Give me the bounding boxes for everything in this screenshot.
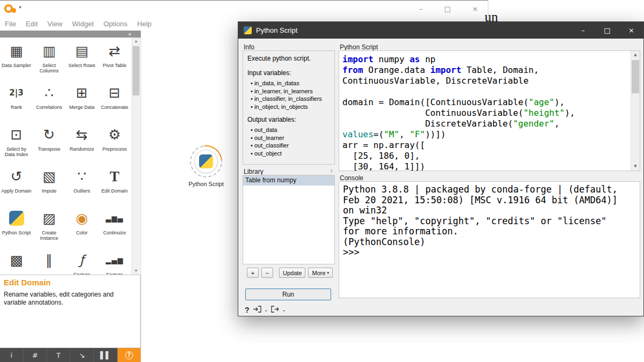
menu-help[interactable]: Help — [133, 20, 157, 28]
help-icon[interactable]: ? — [245, 306, 250, 314]
bar-chart-icon: ▂▄▆ — [106, 250, 123, 270]
library-buttons: +−UpdateMore▾ — [247, 268, 333, 278]
menu-view[interactable]: View — [42, 20, 67, 28]
correlations-icon: ∴ — [45, 83, 54, 103]
canvas-toolbar: i#T↘▌▌? — [0, 348, 141, 362]
main-maximize-button[interactable]: □ — [444, 5, 451, 13]
arrow-tool-button[interactable]: ↘ — [70, 348, 94, 362]
toolbox-item-create-instance[interactable]: ▨Create Instance — [33, 208, 65, 250]
code-line: values=("M", "F"))]) — [342, 129, 627, 140]
code-line: ContinuousVariable("height"), — [342, 108, 627, 119]
toolbox-item-select-rows[interactable]: ▤Select Rows — [65, 41, 98, 83]
scroll-down-icon[interactable]: ▼ — [631, 162, 640, 171]
toolbox-item-python-script[interactable]: Python Script — [0, 208, 33, 250]
menu-options[interactable]: Options — [99, 20, 133, 28]
widget-description-panel: Edit Domain Rename variables, edit categ… — [0, 275, 141, 348]
dialog-titlebar[interactable]: Python Script –□× — [238, 22, 643, 39]
console-line: Type "help", "copyright", "credits" or "… — [343, 216, 636, 227]
toolbox-item-merge-data[interactable]: ⊞Merge Data — [65, 83, 98, 124]
text-tool-button[interactable]: T — [47, 348, 71, 362]
toolbox-item-color[interactable]: ◉Color — [65, 208, 98, 250]
toolbox-item-impute[interactable]: ▧Impute — [33, 166, 65, 208]
python-script-node-label: Python Script — [181, 181, 231, 187]
toolbox-item-bars[interactable]: ∥ — [33, 250, 65, 275]
info-description: Execute python script. — [247, 55, 330, 62]
toolbox-scrollbar-thumb[interactable] — [133, 46, 140, 95]
scroll-up-icon[interactable]: ▲ — [132, 38, 140, 45]
screen: un * –□× FileEditViewWidgetOptionsHelp «… — [0, 0, 644, 362]
collapse-toolbox-button[interactable]: « — [128, 31, 131, 38]
dialog-close-button[interactable]: × — [619, 22, 643, 39]
toolbox-item-select-columns[interactable]: ▥Select Columns — [33, 41, 65, 83]
toolbox-item-concatenate[interactable]: ⊟Concatenate — [98, 83, 131, 124]
input-variables-label: Input variables: — [247, 69, 330, 77]
toolbox-item-select-by-data-index[interactable]: ⊡Select by Data Index — [0, 124, 33, 166]
toolbox-item-label: Concatenate — [101, 105, 128, 110]
update-button[interactable]: Update — [279, 268, 305, 278]
toolbox-header-strip: « — [0, 31, 141, 38]
grid-button[interactable]: # — [24, 348, 47, 362]
toolbox-item-rank[interactable]: 2|3Rank — [0, 83, 33, 124]
python-script-node[interactable] — [194, 150, 218, 173]
more-button[interactable]: More▾ — [308, 268, 333, 278]
menu-file[interactable]: File — [0, 20, 21, 28]
toolbox-item-label: Select Rows — [68, 63, 95, 68]
run-button[interactable]: Run — [245, 289, 331, 300]
toolbox-item-label: Edit Domain — [101, 188, 128, 194]
toolbox-item-edit-domain[interactable]: TEdit Domain — [98, 166, 131, 208]
output-variables-label: Output variables: — [247, 116, 330, 123]
variable-item: in_data, in_datas — [251, 79, 330, 87]
info-box: Execute python script. Input variables: … — [243, 50, 335, 165]
scroll-down-icon[interactable]: ▼ — [132, 267, 140, 275]
help-button[interactable]: ? — [118, 348, 141, 362]
console[interactable]: Python 3.8.8 | packaged by conda-forge |… — [339, 181, 640, 298]
remove-button[interactable]: − — [261, 268, 273, 278]
code-editor[interactable]: import numpy as npfrom Orange.data impor… — [339, 50, 640, 171]
help-icon: ? — [125, 351, 133, 359]
chevron-right-icon[interactable]: › — [330, 166, 333, 175]
pivot-table-icon: ⇄ — [109, 41, 121, 61]
toolbox-item-transpose[interactable]: ↻Transpose — [33, 124, 65, 166]
menu-edit[interactable]: Edit — [21, 20, 42, 28]
toolbox-item-pivot-table[interactable]: ⇄Pivot Table — [98, 41, 131, 83]
variable-item: in_learner, in_learners — [251, 87, 330, 95]
library-item[interactable]: Table from numpy — [243, 175, 334, 186]
main-window-controls: –□× — [419, 1, 478, 17]
toolbox-item-apply-domain[interactable]: ↺Apply Domain — [0, 166, 33, 208]
toolbox-item-preprocess[interactable]: ⚙Preprocess — [98, 124, 131, 166]
dialog-minimize-button[interactable]: – — [571, 22, 595, 39]
editor-scrollbar-thumb[interactable] — [632, 60, 639, 93]
unsaved-indicator: * — [19, 4, 21, 12]
toolbox-item-randomize[interactable]: ⇆Randomize — [65, 124, 98, 166]
variable-item: in_classifier, in_classifiers — [251, 95, 330, 103]
toolbox-scrollbar[interactable]: ▲ ▼ — [131, 38, 140, 275]
toolbox-item-label: Apply Domain — [1, 188, 31, 194]
add-button[interactable]: + — [247, 268, 259, 278]
toolbox-item-feature[interactable]: ƒFeature — [65, 250, 98, 275]
main-close-button[interactable]: × — [472, 5, 478, 13]
library-list[interactable]: Table from numpy — [243, 175, 335, 264]
toolbox-item-label: Continuize — [103, 230, 126, 235]
toolbox-item-label: Transpose — [38, 146, 60, 152]
toolbox-item-label: Randomize — [70, 146, 94, 152]
transpose-icon: ↻ — [43, 124, 55, 145]
toolbox-item-label: Select by Data Index — [1, 146, 32, 157]
toolbox-item-outliers[interactable]: ∵Outliers — [65, 166, 98, 208]
console-line: on win32 — [343, 205, 636, 216]
toolbox-item-continuize[interactable]: ▃▆▄Continuize — [98, 208, 131, 250]
dialog-maximize-button[interactable]: □ — [595, 22, 619, 39]
toolbox-item-feature[interactable]: ▂▄▆Feature — [98, 250, 131, 275]
info-button[interactable]: i — [0, 348, 24, 362]
toolbox-item-data-sampler[interactable]: ▦Data Sampler — [0, 41, 33, 83]
editor-scrollbar[interactable]: ▲ ▼ — [631, 51, 640, 171]
toolbox-item-grid-wand[interactable]: ▩ — [0, 250, 33, 275]
menu-widget[interactable]: Widget — [67, 20, 98, 28]
main-titlebar[interactable]: * –□× — [0, 1, 488, 17]
scroll-up-icon[interactable]: ▲ — [631, 51, 640, 59]
code-area[interactable]: import numpy as npfrom Orange.data impor… — [339, 51, 631, 171]
toolbox-item-correlations[interactable]: ∴Correlations — [33, 83, 65, 124]
dropdown-arrow-icon: ▾ — [327, 271, 330, 275]
pause-button[interactable]: ▌▌ — [94, 348, 118, 362]
library-group-label: Library — [244, 168, 264, 175]
main-minimize-button[interactable]: – — [419, 5, 423, 13]
